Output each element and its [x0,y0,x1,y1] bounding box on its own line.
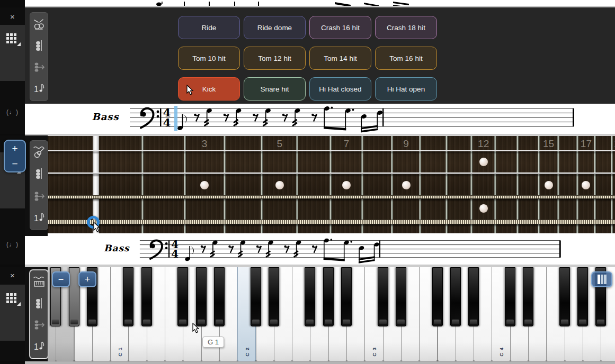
black-key-Fs4[interactable] [559,267,570,326]
drum-pad-hi-hat-open[interactable]: Hi Hat open [375,77,437,101]
piano-zoom-in-button[interactable]: + [78,271,96,287]
chord-icon[interactable] [31,296,47,312]
piano-keyboard[interactable]: C 1C 2C 3C 4−+ G 1 [48,267,615,361]
fretboard-section: × [0,135,615,236]
staff-instrument-label: Bass [92,111,119,122]
black-key-Ds4[interactable] [523,267,533,326]
piano-toolstrip: 1 [30,270,48,359]
drum-pad-tom-14-hit[interactable]: Tom 14 hit [309,47,371,70]
fret-marker-dot [545,181,553,189]
drum-pad-tom-12-hit[interactable]: Tom 12 hit [244,47,306,70]
black-key-Gs2[interactable] [323,267,334,326]
drum-pads-grid: RideRide domeCrash 16 hitCrash 18 hitTom… [178,16,437,101]
fret-number: 9 [403,138,409,150]
svg-text:1: 1 [34,214,39,223]
chord-icon[interactable] [31,38,47,54]
keyboard-range-button[interactable] [591,271,612,287]
black-key-Cs3[interactable] [378,267,388,326]
black-key-Gs3[interactable] [450,267,461,326]
fret-number: 3 [202,138,208,150]
fretboard[interactable]: 357912151719 [48,135,615,234]
string-3[interactable] [48,195,615,199]
octave-label: C 2 [244,347,249,357]
drum-pad-kick[interactable]: Kick [178,77,240,101]
svg-text:1: 1 [34,342,39,351]
strum-arrow-icon[interactable] [31,317,47,333]
black-key-As2[interactable] [341,267,352,326]
horizontal-scrollbar[interactable] [25,361,615,364]
drum-pad-ride[interactable]: Ride [178,16,240,39]
instrument-grid-button[interactable] [6,32,19,44]
mini-key-icon [598,275,600,284]
fret-number: 15 [543,138,554,150]
drums-toolstrip: 1 [30,12,48,101]
drum-pad-tom-10-hit[interactable]: Tom 10 hit [178,47,240,70]
grid-corner-triangle [17,42,21,46]
time-signature: 4 [171,248,179,260]
octave-label: C 3 [371,347,377,357]
black-key-As1[interactable] [214,267,225,326]
string-1[interactable] [48,150,615,151]
zoom-in-button[interactable]: + [5,141,25,156]
black-key-Fs1[interactable] [177,267,188,326]
piano-icon[interactable] [31,274,47,290]
black-key-Gs1[interactable] [196,267,207,326]
drum-pad-tom-16-hit[interactable]: Tom 16 hit [375,47,437,70]
drum-pad-hi-hat-closed[interactable]: Hi Hat closed [309,77,371,101]
selected-note-marker[interactable] [87,216,100,229]
note-duration-icon[interactable]: 1 [31,210,47,226]
fret-number: 12 [478,138,489,150]
staff-row-2: (♩) Bass44 [0,236,615,265]
black-key-Gs0[interactable] [69,267,79,326]
svg-text:1: 1 [34,85,39,94]
staff2-sidebar: (♩) [0,236,25,265]
string-2[interactable] [48,172,615,174]
drum-pad-crash-18-hit[interactable]: Crash 18 hit [375,16,437,39]
fret-marker-dot [479,204,488,213]
black-key-Ds2[interactable] [269,267,279,326]
fret-marker-dot [342,181,351,189]
drum-pad-crash-16-hit[interactable]: Crash 16 hit [309,16,371,39]
guitar-icon[interactable] [31,144,47,160]
black-key-As3[interactable] [468,267,479,326]
fret-marker-dot [582,181,590,189]
grid-area [0,25,25,81]
fret-number: 7 [344,138,350,150]
piano-sidebar: × [0,267,25,361]
black-key-Ds1[interactable] [141,267,152,326]
notation-staff-2[interactable]: Bass44 [25,236,615,265]
black-key-Fs3[interactable] [432,267,443,326]
piano-zoom-out-button[interactable]: − [52,271,70,287]
fret-marker-dot [402,181,411,189]
note-tooltip: G 1 [202,336,224,348]
black-key-Cs1[interactable] [123,267,133,326]
drums-sidebar: × [0,7,25,104]
black-key-Ds3[interactable] [396,267,406,326]
zoom-out-button[interactable]: − [5,156,25,171]
close-icon[interactable]: × [0,10,25,23]
black-key-Cs2[interactable] [251,267,261,326]
note-duration-icon[interactable]: 1 [31,339,47,354]
chord-icon[interactable] [31,166,47,182]
fret-number: 17 [581,138,592,150]
ghost-duration-icon[interactable]: (♩) [0,241,25,248]
time-signature: 4 [163,116,171,129]
strum-arrow-icon[interactable] [31,59,47,75]
close-icon[interactable]: × [0,268,25,282]
string-4[interactable] [48,220,615,224]
drums-section: × [0,7,615,104]
notation-staff-1[interactable]: Bass44 [25,104,615,134]
note-duration-icon[interactable]: 1 [31,81,47,97]
black-key-Gs4[interactable] [577,267,588,326]
black-key-Cs4[interactable] [505,267,515,326]
fretboard-zoom-control: + − [4,140,26,172]
black-key-Fs2[interactable] [305,267,315,326]
strum-arrow-icon[interactable] [31,188,47,204]
drumkit-icon[interactable] [31,16,47,32]
drum-pad-ride-dome[interactable]: Ride dome [244,16,306,39]
partial-notation-row [25,0,615,7]
drum-pad-snare-hit[interactable]: Snare hit [244,77,306,101]
ghost-duration-icon[interactable]: (♩) [0,108,25,116]
instrument-grid-button[interactable] [6,292,19,304]
fret-marker-dot [275,181,284,189]
